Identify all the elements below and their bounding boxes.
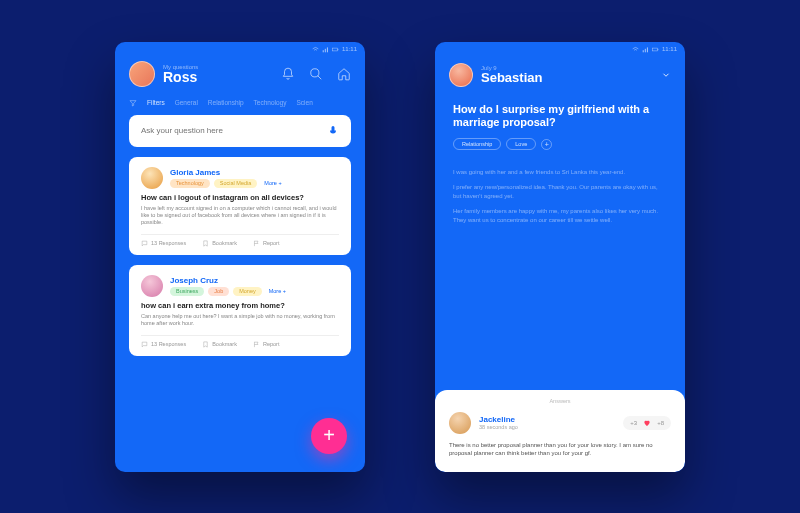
answer-card: Answers Jackeline 38 seconds ago +3 +8 T… (435, 390, 685, 472)
signal-icon (322, 46, 329, 53)
flag-icon (253, 240, 260, 247)
comment-icon (141, 341, 148, 348)
filter-row: Filters General Relationship Technology … (115, 95, 365, 115)
tag[interactable]: Job (208, 287, 229, 296)
card-body: Can anyone help me out here? I want a si… (141, 313, 339, 328)
bookmark-button[interactable]: Bookmark (202, 240, 237, 247)
question-tag[interactable]: Relationship (453, 138, 501, 150)
bookmark-icon (202, 341, 209, 348)
svg-rect-9 (647, 47, 648, 52)
card-question: How can i logout of instagram on all dev… (141, 193, 339, 202)
filter-tab[interactable]: Technology (254, 99, 287, 106)
search-icon[interactable] (309, 67, 323, 81)
svg-rect-7 (643, 50, 644, 52)
answers-label: Answers (449, 398, 671, 404)
svg-rect-3 (333, 48, 338, 51)
responses-button[interactable]: 13 Responses (141, 341, 186, 348)
header-username: Ross (163, 70, 273, 84)
question-description: I was going with her and a few friends t… (435, 160, 685, 239)
question-block: How do I surprise my girlfriend with a m… (435, 97, 685, 161)
svg-rect-11 (658, 48, 659, 49)
tag[interactable]: Business (170, 287, 204, 296)
battery-icon (332, 46, 339, 53)
search-input[interactable] (141, 126, 327, 135)
tag[interactable]: Social Media (214, 179, 258, 188)
tag[interactable]: Technology (170, 179, 210, 188)
author-avatar[interactable] (449, 63, 473, 87)
card-username[interactable]: Joseph Cruz (170, 276, 289, 285)
svg-rect-10 (653, 48, 658, 51)
user-block: My questions Ross (163, 64, 273, 84)
bell-icon[interactable] (281, 67, 295, 81)
tag-more[interactable]: More + (261, 179, 284, 187)
answer-avatar[interactable] (449, 412, 471, 434)
card-question: how can i earn extra money from home? (141, 301, 339, 310)
responses-button[interactable]: 13 Responses (141, 240, 186, 247)
svg-rect-2 (327, 47, 328, 52)
flag-icon (253, 341, 260, 348)
wifi-icon (632, 46, 639, 53)
filter-tab[interactable]: General (175, 99, 198, 106)
report-button[interactable]: Report (253, 341, 280, 348)
answer-body: There is no better proposal planner than… (449, 441, 671, 458)
phone-screen-detail: 11:11 July 9 Sebastian How do I surprise… (435, 42, 685, 472)
status-time: 11:11 (342, 46, 357, 52)
reaction-pill[interactable]: +3 +8 (623, 416, 671, 430)
signal-icon (642, 46, 649, 53)
svg-rect-4 (338, 48, 339, 49)
status-bar: 11:11 (435, 42, 685, 55)
filter-tab[interactable]: Scien (297, 99, 313, 106)
wifi-icon (312, 46, 319, 53)
bookmark-button[interactable]: Bookmark (202, 341, 237, 348)
detail-header: July 9 Sebastian (435, 55, 685, 97)
card-username[interactable]: Gloria James (170, 168, 285, 177)
status-bar: 11:11 (115, 42, 365, 55)
svg-rect-0 (323, 50, 324, 52)
question-card[interactable]: Joseph Cruz Business Job Money More + ho… (129, 265, 351, 356)
svg-rect-8 (645, 48, 646, 52)
question-tag[interactable]: Love (506, 138, 536, 150)
card-avatar[interactable] (141, 275, 163, 297)
answer-time: 38 seconds ago (479, 424, 518, 430)
card-avatar[interactable] (141, 167, 163, 189)
search-box[interactable] (129, 115, 351, 147)
phone-screen-feed: 11:11 My questions Ross Filters General … (115, 42, 365, 472)
question-card[interactable]: Gloria James Technology Social Media Mor… (129, 157, 351, 255)
tag[interactable]: Money (233, 287, 262, 296)
tag-more[interactable]: More + (266, 287, 289, 295)
heart-icon (643, 419, 651, 427)
battery-icon (652, 46, 659, 53)
add-question-fab[interactable]: + (311, 418, 347, 454)
status-time: 11:11 (662, 46, 677, 52)
svg-line-6 (318, 75, 322, 79)
home-icon[interactable] (337, 67, 351, 81)
comment-icon (141, 240, 148, 247)
bookmark-icon (202, 240, 209, 247)
question-title: How do I surprise my girlfriend with a m… (453, 103, 667, 131)
report-button[interactable]: Report (253, 240, 280, 247)
user-avatar[interactable] (129, 61, 155, 87)
svg-rect-1 (325, 48, 326, 52)
author-name: Sebastian (481, 71, 542, 84)
chevron-down-icon[interactable] (661, 70, 671, 80)
mic-icon[interactable] (327, 125, 339, 137)
card-body: I have left my account signed in on a co… (141, 205, 339, 227)
answer-username[interactable]: Jackeline (479, 415, 518, 424)
filter-icon[interactable] (129, 99, 137, 107)
filter-tab[interactable]: Relationship (208, 99, 244, 106)
svg-point-5 (311, 68, 319, 76)
add-tag-button[interactable]: + (541, 139, 552, 150)
filter-label[interactable]: Filters (147, 99, 165, 106)
header: My questions Ross (115, 55, 365, 95)
